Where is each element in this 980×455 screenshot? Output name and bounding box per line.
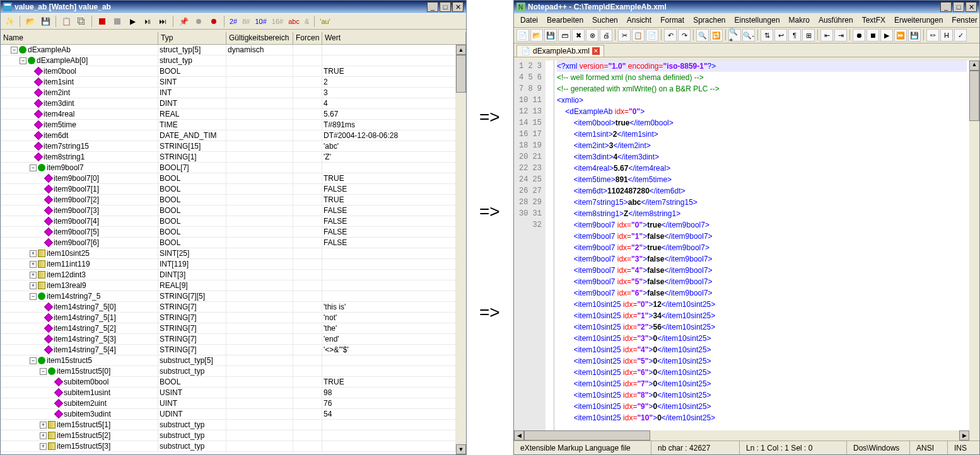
cut-icon[interactable]: ✂ bbox=[618, 29, 631, 42]
hex-icon[interactable]: H bbox=[940, 29, 953, 42]
menu-datei[interactable]: Datei bbox=[516, 14, 542, 26]
base2-button[interactable]: 2# bbox=[228, 18, 238, 25]
tree-toggle-icon[interactable]: − bbox=[40, 368, 47, 375]
zoom-in-icon[interactable]: 🔍+ bbox=[728, 29, 741, 42]
table-row[interactable]: +item15struct5[3]substruct_typ bbox=[1, 441, 456, 452]
macro-stop-icon[interactable]: ⏹ bbox=[866, 29, 879, 42]
menu-fenster[interactable]: Fenster bbox=[948, 14, 980, 26]
npp-maximize-button[interactable]: □ bbox=[953, 2, 964, 12]
table-row[interactable]: item6dtDATE_AND_TIMDT#2004-12-08-06:28 bbox=[1, 130, 456, 141]
scroll-up-icon[interactable]: ▲ bbox=[456, 45, 466, 55]
tree-toggle-icon[interactable]: + bbox=[30, 250, 37, 257]
tree-toggle-icon[interactable]: − bbox=[11, 47, 18, 54]
table-row[interactable]: +item11int119INT[119] bbox=[1, 259, 456, 270]
print-icon[interactable]: 🖨 bbox=[600, 29, 612, 42]
npp-hscroll[interactable]: ◀ ▶ bbox=[514, 430, 969, 441]
paste-icon[interactable]: 📄 bbox=[646, 29, 658, 42]
au-button[interactable]: 'au' bbox=[318, 18, 331, 25]
table-row[interactable]: +item13real9REAL[9] bbox=[1, 280, 456, 291]
table-row[interactable]: +item12dint3DINT[3] bbox=[1, 270, 456, 280]
editor-area[interactable]: 1 2 3 4 5 6 7 8 9 10 11 12 13 14 15 16 1… bbox=[514, 60, 979, 441]
table-row[interactable]: +item15struct5[2]substruct_typ bbox=[1, 430, 456, 441]
npp-close-button[interactable]: ✕ bbox=[965, 2, 977, 12]
tab-close-icon[interactable]: ✕ bbox=[592, 47, 600, 55]
table-row[interactable]: item14string7_5[0]STRING[7]'this is' bbox=[1, 302, 456, 313]
table-row[interactable]: item9bool7[3]BOOLFALSE bbox=[1, 205, 456, 216]
dot-grey-icon[interactable] bbox=[192, 15, 205, 28]
wand-icon[interactable]: ✨ bbox=[3, 15, 16, 28]
close-file-icon[interactable]: ✖ bbox=[572, 29, 585, 42]
minimize-button[interactable]: _ bbox=[427, 2, 438, 12]
macro-save-icon[interactable]: 💾 bbox=[908, 29, 921, 42]
table-row[interactable]: item14string7_5[4]STRING[7]'<>&"'$' bbox=[1, 345, 456, 355]
maximize-button[interactable]: □ bbox=[440, 2, 451, 12]
open-file-icon[interactable]: 📂 bbox=[530, 29, 543, 42]
npp-scroll-thumb[interactable] bbox=[969, 71, 979, 121]
tree-toggle-icon[interactable]: + bbox=[40, 422, 47, 429]
npp-vscroll[interactable]: ▲ bbox=[969, 60, 979, 441]
table-row[interactable]: −item15struct5[0]substruct_typ bbox=[1, 366, 456, 377]
tree-toggle-icon[interactable]: + bbox=[40, 443, 47, 450]
grid-body[interactable]: −dExampleAbstruct_typ[5]dynamisch−dExamp… bbox=[1, 45, 456, 454]
col-header-name[interactable]: Name bbox=[1, 32, 158, 44]
table-row[interactable]: item9bool7[2]BOOLTRUE bbox=[1, 195, 456, 205]
base16-button[interactable]: 16# bbox=[271, 18, 284, 25]
tree-toggle-icon[interactable]: − bbox=[30, 357, 37, 364]
undo-icon[interactable]: ↶ bbox=[664, 29, 677, 42]
table-row[interactable]: −item9bool7BOOL[7] bbox=[1, 163, 456, 173]
scroll-thumb[interactable] bbox=[456, 55, 466, 93]
tree-toggle-icon[interactable]: − bbox=[20, 57, 26, 64]
sync-icon[interactable]: ⇅ bbox=[761, 29, 773, 42]
wrap-icon[interactable]: ↩ bbox=[774, 29, 787, 42]
table-row[interactable]: −dExampleAb[0]struct_typ bbox=[1, 55, 456, 66]
macro-play-icon[interactable]: ▶ bbox=[880, 29, 893, 42]
table-row[interactable]: item14string7_5[3]STRING[7]'end' bbox=[1, 334, 456, 345]
fold-margin[interactable] bbox=[545, 60, 554, 441]
record-icon[interactable] bbox=[96, 15, 108, 28]
spell-icon[interactable]: ✓ bbox=[954, 29, 967, 42]
abc-button[interactable]: abc bbox=[287, 18, 301, 25]
npp-minimize-button[interactable]: _ bbox=[940, 2, 952, 12]
table-row[interactable]: item2intINT3 bbox=[1, 88, 456, 98]
table-row[interactable]: subitem0boolBOOLTRUE bbox=[1, 377, 456, 388]
table-row[interactable]: subitem3udintUDINT54 bbox=[1, 409, 456, 420]
menu-suchen[interactable]: Suchen bbox=[588, 14, 622, 26]
col-header-scope[interactable]: Gültigkeitsbereich bbox=[226, 32, 293, 44]
menu-ausführen[interactable]: Ausführen bbox=[815, 14, 857, 26]
copy-clip-icon[interactable]: 📋 bbox=[632, 29, 645, 42]
table-row[interactable]: subitem2uintUINT76 bbox=[1, 398, 456, 409]
table-row[interactable]: subitem1usintUSINT98 bbox=[1, 388, 456, 398]
copy-icon[interactable]: 📋 bbox=[60, 15, 73, 28]
dot-red-icon[interactable] bbox=[207, 15, 220, 28]
menu-einstellungen[interactable]: Einstellungen bbox=[731, 14, 784, 26]
table-row[interactable]: item9bool7[4]BOOLFALSE bbox=[1, 216, 456, 227]
table-row[interactable]: item9bool7[0]BOOLTRUE bbox=[1, 173, 456, 184]
tree-toggle-icon[interactable]: + bbox=[40, 432, 47, 439]
indent-left-icon[interactable]: ⇤ bbox=[820, 29, 833, 42]
table-row[interactable]: −dExampleAbstruct_typ[5]dynamisch bbox=[1, 45, 456, 55]
save-all-icon[interactable]: 🗃 bbox=[558, 29, 571, 42]
tree-toggle-icon[interactable]: + bbox=[30, 261, 37, 268]
tab-file[interactable]: 📄 dExampleAb.xml ✕ bbox=[516, 45, 604, 57]
menu-ansicht[interactable]: Ansicht bbox=[623, 14, 655, 26]
table-row[interactable]: item7string15STRING[15]'abc' bbox=[1, 141, 456, 152]
table-row[interactable]: −item15struct5substruct_typ[5] bbox=[1, 355, 456, 366]
open-icon[interactable]: 📂 bbox=[24, 15, 37, 28]
menu-format[interactable]: Format bbox=[656, 14, 688, 26]
tree-toggle-icon[interactable]: − bbox=[30, 164, 37, 171]
col-header-force[interactable]: Forcen bbox=[293, 32, 322, 44]
pin-icon[interactable]: 📌 bbox=[177, 15, 190, 28]
zoom-out-icon[interactable]: 🔍- bbox=[742, 29, 755, 42]
save-file-icon[interactable]: 💾 bbox=[544, 29, 557, 42]
menu-bearbeiten[interactable]: Bearbeiten bbox=[543, 14, 587, 26]
play-icon[interactable]: ▶ bbox=[126, 15, 139, 28]
tree-toggle-icon[interactable]: + bbox=[30, 272, 37, 279]
macro-rec-icon[interactable]: ⏺ bbox=[853, 29, 865, 42]
menu-erweiterungen[interactable]: Erweiterungen bbox=[890, 14, 947, 26]
menu-sprachen[interactable]: Sprachen bbox=[689, 14, 729, 26]
table-row[interactable]: item14string7_5[1]STRING[7]'not' bbox=[1, 313, 456, 323]
code-editor[interactable]: <?xml version="1.0" encoding="iso-8859-1… bbox=[554, 60, 969, 441]
table-row[interactable]: item4realREAL5.67 bbox=[1, 109, 456, 120]
skip-icon[interactable]: ⏭ bbox=[156, 15, 169, 28]
table-row[interactable]: item5timeTIMET#891ms bbox=[1, 120, 456, 130]
